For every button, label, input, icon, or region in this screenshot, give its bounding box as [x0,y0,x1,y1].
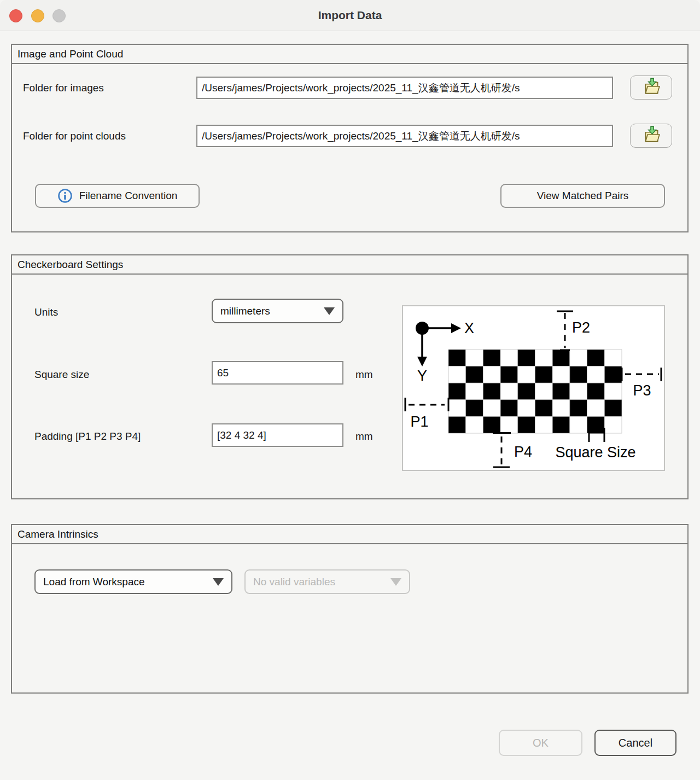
intrinsics-source-select[interactable]: Load from Workspace [34,569,232,594]
p3-label: P3 [633,382,651,399]
open-folder-import-icon [641,125,661,147]
square-size-diagram-label: Square Size [555,444,635,461]
intrinsics-source-value: Load from Workspace [43,576,145,588]
intrinsics-variable-select: No valid variables [244,569,410,594]
folder-for-images-label: Folder for images [23,82,104,94]
window-title: Import Data [0,0,700,31]
x-axis-arrowhead [451,323,461,333]
filename-convention-label: Filename Convention [79,190,178,202]
view-matched-pairs-label: View Matched Pairs [537,190,629,202]
padding-label: Padding [P1 P2 P3 P4] [34,430,141,443]
square-size-input[interactable] [212,361,343,385]
y-axis-label: Y [417,368,427,384]
units-select[interactable]: millimeters [212,299,343,323]
square-size-label: Square size [34,369,89,381]
y-axis-arrowhead [417,357,427,366]
caret-down-icon [390,578,401,586]
filename-convention-button[interactable]: Filename Convention [35,184,200,208]
group-title: Image and Point Cloud [12,45,687,64]
units-value: millimeters [220,305,270,317]
units-label: Units [34,306,58,318]
checkerboard-diagram: X Y P2 P3 P1 P4 Square Size [402,305,665,471]
browse-point-clouds-button[interactable] [630,124,672,148]
folder-for-point-clouds-label: Folder for point clouds [23,130,126,142]
p4-label: P4 [514,444,532,460]
info-circle-icon [57,188,73,203]
checkerboard-diagram-svg: X Y P2 P3 P1 P4 Square Size [403,306,664,470]
browse-images-button[interactable] [630,75,672,100]
padding-unit-label: mm [355,430,373,443]
open-folder-import-icon [641,77,661,98]
folder-for-images-input[interactable] [196,77,613,99]
group-camera-intrinsics: Camera Intrinsics [11,524,689,694]
group-title: Checkerboard Settings [12,255,687,275]
intrinsics-variable-value: No valid variables [253,576,335,588]
p1-label: P1 [410,414,428,430]
cancel-button[interactable]: Cancel [594,730,676,756]
caret-down-icon [213,578,224,586]
view-matched-pairs-button[interactable]: View Matched Pairs [500,184,665,208]
checkerboard-pattern [448,350,622,433]
titlebar: Import Data [0,0,700,31]
x-axis-label: X [464,320,474,336]
padding-input[interactable] [212,423,343,447]
folder-for-point-clouds-input[interactable] [196,125,613,147]
group-title: Camera Intrinsics [12,525,687,544]
caret-down-icon [324,307,335,315]
square-size-unit-label: mm [355,369,373,381]
p2-label: P2 [572,319,590,336]
ok-button: OK [499,730,582,756]
